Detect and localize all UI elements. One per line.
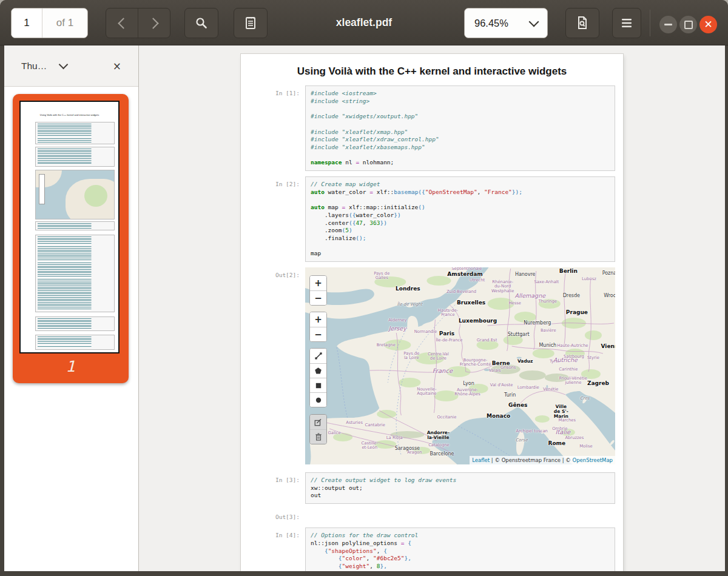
- code-line: map: [311, 250, 610, 258]
- close-icon: ✕: [704, 19, 712, 30]
- polyline-button[interactable]: [310, 349, 326, 363]
- map-edit-tools: [309, 414, 327, 444]
- code-line: .center({47, 363}): [311, 219, 610, 227]
- attribution-link[interactable]: Leaflet: [472, 457, 490, 463]
- code-line: #include "xleaflet/xbasemaps.hpp": [311, 144, 610, 152]
- thumbnails-sidebar: Thu… × Using Voilà with the C++ kernel a…: [4, 45, 139, 571]
- page-title: Using Voilà with the C++ kernel and inte…: [241, 65, 623, 78]
- code-line: [311, 196, 610, 204]
- code-line: [311, 105, 610, 113]
- map-attribution: Leaflet | © Openstreetmap France | © Ope…: [470, 456, 615, 464]
- thumbnail-list[interactable]: Using Voilà with the C++ kernel and inte…: [4, 87, 138, 571]
- search-button[interactable]: [184, 8, 218, 38]
- map-zoom-top: +−: [309, 275, 327, 306]
- page-total-label: of 1: [42, 8, 87, 38]
- trash-button[interactable]: [310, 429, 326, 444]
- minimize-icon: [664, 24, 672, 25]
- minimize-button[interactable]: [659, 16, 677, 33]
- code-line: #include "xwidgets/xoutput.hpp": [311, 113, 610, 121]
- toolbar-separator: [650, 10, 650, 36]
- code-line: [311, 243, 610, 250]
- input-prompt: In [2]:: [241, 176, 305, 262]
- code-line: [311, 152, 610, 159]
- polygon-button[interactable]: [310, 363, 326, 378]
- rectangle-button[interactable]: [310, 378, 326, 392]
- minus-button[interactable]: −: [310, 290, 326, 305]
- cell-row: In [2]:// Create map widgetauto water_co…: [241, 176, 623, 262]
- code-cell[interactable]: // Options for the draw controlnl::json …: [305, 527, 615, 571]
- pdf-viewer-window: 1 of 1 xleaflet.pdf 96.45% ✕: [0, 0, 728, 576]
- map-image: [305, 267, 615, 464]
- code-cell[interactable]: // Create output widget to log draw even…: [305, 472, 615, 504]
- pdf-page: Using Voilà with the C++ kernel and inte…: [241, 54, 623, 571]
- zoom-level-select[interactable]: 96.45%: [464, 8, 548, 38]
- code-line: .layers({water_color}): [311, 212, 610, 219]
- document-title: xleaflet.pdf: [273, 0, 455, 45]
- chevron-down-icon[interactable]: [59, 60, 69, 70]
- cell-row: Out[3]:: [241, 509, 623, 524]
- code-line: {"color", "#6bc2e5"},: [311, 555, 610, 563]
- code-line: #include <iostream>: [311, 90, 610, 98]
- note-icon: [243, 15, 258, 31]
- minus-button[interactable]: −: [310, 327, 326, 341]
- hamburger-menu-icon: [621, 18, 633, 28]
- close-button[interactable]: ✕: [699, 16, 717, 33]
- thumbnail-preview: Using Voilà with the C++ kernel and inte…: [19, 101, 120, 353]
- maximize-icon: [684, 21, 693, 29]
- document-properties-button[interactable]: [565, 8, 599, 38]
- page-nav-group: [106, 8, 170, 38]
- document-view[interactable]: Using Voilà with the C++ kernel and inte…: [139, 45, 725, 571]
- previous-page-button[interactable]: [106, 8, 138, 38]
- page-number-input[interactable]: 1: [12, 8, 42, 38]
- page-number-control[interactable]: 1 of 1: [11, 8, 88, 38]
- menu-button[interactable]: [612, 8, 641, 38]
- chevron-right-icon: [147, 18, 158, 28]
- thumbnail-page-number: 1: [13, 358, 129, 375]
- code-line: #include <string>: [311, 98, 610, 105]
- circle-button[interactable]: [310, 392, 326, 407]
- next-page-button[interactable]: [138, 8, 170, 38]
- cell-row: In [3]:// Create output widget to log dr…: [241, 472, 623, 504]
- app-body: Thu… × Using Voilà with the C++ kernel a…: [4, 45, 725, 571]
- code-line: // Create output widget to log draw even…: [311, 477, 610, 484]
- edit-button[interactable]: [310, 415, 326, 429]
- code-line: #include "xleaflet/xmap.hpp": [311, 129, 610, 136]
- code-line: auto map = xlf::map::initialize(): [311, 204, 610, 212]
- attribution-link[interactable]: OpenStreetMap: [573, 457, 613, 463]
- cells: In [1]:#include <iostream>#include <stri…: [241, 85, 623, 571]
- code-line: {"weight", 8},: [311, 563, 610, 571]
- sidebar-close-button[interactable]: ×: [113, 60, 121, 72]
- code-line: nl::json polyline_options = {: [311, 540, 610, 548]
- map-draw-tools: [309, 348, 327, 407]
- document-magnifier-icon: [575, 15, 590, 31]
- page-thumbnail-selected[interactable]: Using Voilà with the C++ kernel and inte…: [13, 94, 129, 383]
- code-line: out: [311, 492, 610, 500]
- toolbar: 1 of 1 xleaflet.pdf 96.45% ✕: [0, 0, 728, 45]
- code-line: namespace nl = nlohmann;: [311, 159, 610, 167]
- code-cell[interactable]: // Create map widgetauto water_color = x…: [305, 176, 615, 262]
- code-line: .zoom(5): [311, 227, 610, 235]
- plus-button[interactable]: +: [310, 312, 326, 327]
- attribution-text: | © Openstreetmap France | ©: [490, 457, 572, 463]
- map-zoom-mid: +−: [309, 312, 327, 342]
- input-prompt: In [1]:: [241, 85, 305, 171]
- leaflet-map-output[interactable]: LondresAmsterdamBruxellesBerlinParisLuxe…: [305, 267, 615, 464]
- code-line: {"opacity", 1.0}: [311, 571, 610, 571]
- cell-row: In [4]:// Options for the draw controlnl…: [241, 527, 623, 571]
- code-line: .finalize();: [311, 235, 610, 243]
- chevron-down-icon: [529, 16, 539, 27]
- code-line: // Create map widget: [311, 181, 610, 189]
- sidebar-mode-dropdown[interactable]: Thu…: [21, 61, 47, 72]
- code-line: #include "xleaflet/xdraw_control.hpp": [311, 136, 610, 144]
- code-line: [311, 121, 610, 129]
- code-cell[interactable]: #include <iostream>#include <string> #in…: [305, 85, 615, 171]
- output-prompt: Out[3]:: [241, 509, 305, 524]
- maximize-button[interactable]: [679, 16, 697, 33]
- plus-button[interactable]: +: [310, 276, 326, 290]
- annotations-button[interactable]: [234, 8, 268, 38]
- cell-row: In [1]:#include <iostream>#include <stri…: [241, 85, 623, 171]
- chevron-left-icon: [118, 18, 129, 28]
- sidebar-header: Thu… ×: [4, 45, 138, 87]
- search-icon: [194, 16, 209, 30]
- code-line: // Options for the draw control: [311, 532, 610, 540]
